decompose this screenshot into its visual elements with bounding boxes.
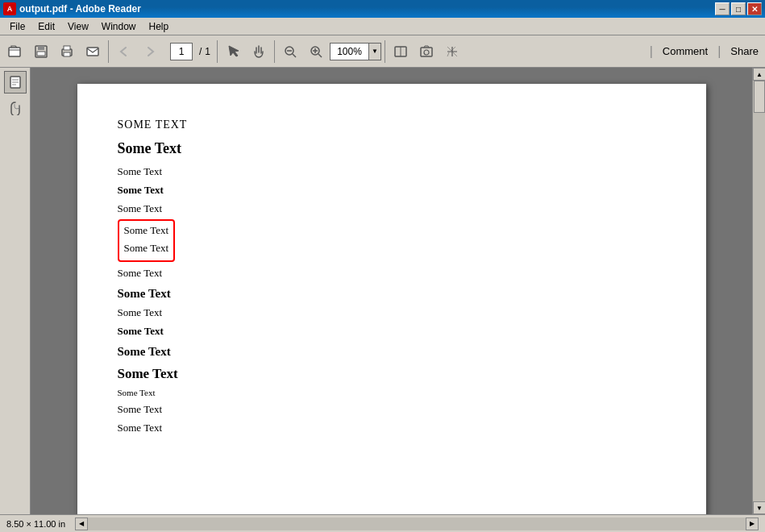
toolbar-sep-1	[108, 40, 109, 63]
pdf-line-3: Some Text	[118, 164, 666, 181]
pdf-line-2: Some Text	[118, 137, 666, 160]
svg-rect-5	[64, 52, 70, 56]
pdf-view-area[interactable]: SOME TEXT Some Text Some Text Some Text …	[31, 68, 752, 514]
pdf-line-15: Some Text	[118, 401, 666, 418]
svg-rect-6	[64, 46, 70, 50]
pdf-line-4: Some Text	[118, 182, 666, 199]
email-button[interactable]	[81, 39, 105, 64]
pdf-line-1: SOME TEXT	[118, 116, 666, 134]
svg-rect-0	[9, 48, 20, 56]
scroll-track-right[interactable]	[753, 81, 765, 501]
attachments-panel-button[interactable]	[4, 97, 27, 119]
pdf-line-16: Some Text	[118, 420, 666, 437]
pdf-line-7: Some Text	[124, 240, 169, 257]
page-size-status: 8.50 × 11.00 in	[6, 519, 65, 529]
page-total: 1	[205, 46, 210, 57]
status-bar: 8.50 × 11.00 in ◀ ▶	[0, 514, 765, 532]
toolbar-sep-4	[385, 40, 385, 63]
pdf-line-10: Some Text	[118, 305, 666, 322]
svg-rect-7	[87, 48, 98, 56]
cs-separator: |	[650, 44, 653, 59]
pdf-line-5: Some Text	[118, 201, 666, 218]
menu-window[interactable]: Window	[95, 19, 143, 34]
maximize-button[interactable]: □	[731, 2, 746, 15]
menu-bar: File Edit View Window Help	[0, 18, 765, 35]
toolbar-sep-2	[217, 40, 218, 63]
select-tool-button[interactable]	[221, 39, 245, 64]
comment-share-area: | Comment | Share	[650, 44, 762, 59]
main-area: SOME TEXT Some Text Some Text Some Text …	[0, 68, 765, 514]
save-button[interactable]	[29, 39, 53, 64]
comment-button[interactable]: Comment	[659, 45, 711, 57]
pdf-line-6: Some Text	[124, 222, 169, 239]
snapshot-button[interactable]	[414, 39, 439, 64]
share-button[interactable]: Share	[727, 45, 762, 57]
toolbar: 1 / 1 100% ▼	[0, 35, 765, 68]
zoom-in-button[interactable]	[304, 39, 328, 64]
window-title: output.pdf - Adobe Reader	[19, 3, 141, 15]
app-icon: A	[3, 2, 16, 15]
fit-page-button[interactable]	[389, 39, 413, 64]
menu-help[interactable]: Help	[143, 19, 176, 34]
svg-line-10	[293, 54, 296, 57]
hand-tool-button[interactable]	[247, 39, 271, 64]
back-button[interactable]	[112, 39, 136, 64]
side-panel	[0, 68, 31, 514]
close-button[interactable]: ✕	[747, 2, 762, 15]
scrollbar-right[interactable]: ▲ ▼	[752, 68, 765, 514]
zoom-input[interactable]: 100%	[330, 43, 368, 60]
page-separator: /	[197, 46, 203, 57]
cs-separator2: |	[717, 44, 721, 59]
page-navigation: 1 / 1	[167, 43, 210, 60]
title-bar-left: A output.pdf - Adobe Reader	[3, 2, 141, 15]
open-button[interactable]	[3, 39, 27, 64]
pdf-line-14: Some Text	[118, 386, 666, 401]
pdf-content: SOME TEXT Some Text Some Text Some Text …	[118, 116, 666, 437]
svg-line-14	[318, 54, 322, 57]
svg-point-18	[424, 50, 429, 55]
scroll-down-arrow[interactable]: ▼	[753, 501, 765, 514]
expand-button[interactable]	[440, 39, 464, 64]
scroll-right-arrow[interactable]: ▶	[746, 517, 759, 530]
svg-rect-3	[37, 52, 45, 56]
scroll-left-arrow[interactable]: ◀	[75, 517, 88, 530]
pages-panel-button[interactable]	[4, 71, 27, 94]
pdf-line-13: Some Text	[118, 363, 666, 384]
title-bar: A output.pdf - Adobe Reader ─ □ ✕	[0, 0, 765, 18]
scroll-up-arrow[interactable]: ▲	[753, 68, 765, 81]
pdf-highlight-box: Some Text Some Text	[118, 219, 666, 263]
menu-view[interactable]: View	[61, 19, 95, 34]
title-bar-buttons[interactable]: ─ □ ✕	[715, 2, 762, 15]
scroll-track-bottom[interactable]	[88, 517, 746, 530]
pdf-line-8: Some Text	[118, 265, 666, 282]
zoom-dropdown[interactable]: ▼	[368, 43, 381, 60]
zoom-out-button[interactable]	[278, 39, 302, 64]
minimize-button[interactable]: ─	[715, 2, 730, 15]
pdf-line-9: Some Text	[118, 284, 666, 303]
svg-rect-2	[38, 46, 44, 50]
pdf-page: SOME TEXT Some Text Some Text Some Text …	[77, 84, 706, 514]
pdf-line-11: Some Text	[118, 323, 666, 340]
page-current-input[interactable]: 1	[170, 43, 193, 60]
menu-edit[interactable]: Edit	[31, 19, 61, 34]
toolbar-sep-3	[274, 40, 275, 63]
print-button[interactable]	[55, 39, 79, 64]
pdf-line-12: Some Text	[118, 342, 666, 361]
forward-button[interactable]	[138, 39, 162, 64]
scroll-thumb-right[interactable]	[754, 81, 765, 113]
menu-file[interactable]: File	[3, 19, 31, 34]
zoom-control: 100% ▼	[330, 43, 381, 60]
